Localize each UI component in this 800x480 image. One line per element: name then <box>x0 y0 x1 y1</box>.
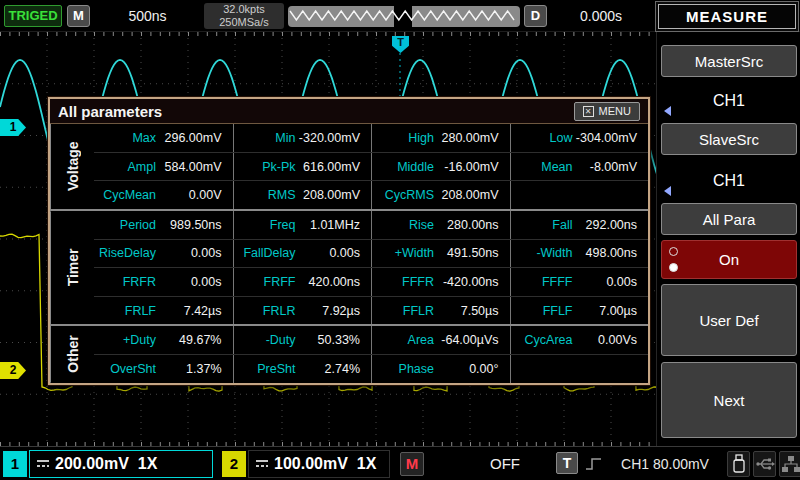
measurement-cell: +Width491.50ns <box>371 240 510 268</box>
measurement-label: Pk-Pk <box>234 160 296 174</box>
measurement-value: 0.00V <box>156 188 233 202</box>
math-badge[interactable]: M <box>400 452 424 476</box>
measurement-label: FRLF <box>94 304 156 318</box>
menu-button-label: MENU <box>599 105 631 117</box>
measurement-label: RMS <box>234 188 296 202</box>
measurement-label: Period <box>94 218 156 232</box>
softkey-mastersrc[interactable]: MasterSrc <box>661 45 797 77</box>
measurement-cell: FRFR0.00s <box>94 268 233 296</box>
measurement-value: 2.74% <box>296 362 372 376</box>
measurement-cell: High280.00mV <box>371 124 510 152</box>
measurement-label: OverSht <box>94 362 156 376</box>
measurement-cell: FallDelay0.00s <box>233 240 372 268</box>
section-label-voltage: Voltage <box>50 124 94 209</box>
measurement-cell: CycArea0.00Vs <box>510 326 649 354</box>
ch1-scale-box[interactable]: 200.00mV 1X <box>29 450 213 478</box>
measurement-cell: Min-320.00mV <box>233 124 372 152</box>
softkey-label: CH1 <box>713 92 745 110</box>
measurement-value: 208.00mV <box>296 188 372 202</box>
softkey-label: Next <box>714 392 745 409</box>
measurement-cell: Ampl584.00mV <box>94 153 233 181</box>
measurement-cell: Pk-Pk616.00mV <box>233 153 372 181</box>
softkey-slavesrc[interactable]: SlaveSrc <box>661 123 797 155</box>
measurement-value: 616.00mV <box>296 160 372 174</box>
delay-button[interactable]: D <box>524 5 547 27</box>
section-label-timer: Timer <box>50 211 94 324</box>
measurement-label: Rise <box>372 218 434 232</box>
measurement-row: FRFR0.00sFRFF420.00nsFFFR-420.00nsFFFF0.… <box>94 267 648 296</box>
measurement-cell: FFLR7.50µs <box>371 297 510 325</box>
menu-button[interactable]: ✕ MENU <box>574 102 640 121</box>
measurement-cell: PreSht2.74% <box>233 355 372 383</box>
measurements-table: VoltageMax296.00mVMin-320.00mVHigh280.00… <box>50 124 648 383</box>
bottom-status-bar: 1 200.00mV 1X 2 100.00mV 1X M OFF T CH1 … <box>0 446 800 480</box>
measurement-label: FFFF <box>511 275 573 289</box>
measurement-label: +Width <box>372 246 434 260</box>
measurement-value: 208.00mV <box>434 188 510 202</box>
measurement-value: 498.00ns <box>573 246 649 260</box>
measurement-cell: -Width498.00ns <box>510 240 649 268</box>
section-timer: TimerPeriod989.50nsFreq1.01MHzRise280.00… <box>50 209 648 324</box>
ch2-scale-box[interactable]: 100.00mV 1X <box>248 450 390 478</box>
softkey-label: User Def <box>699 312 758 329</box>
waveform-preview-bar[interactable] <box>288 6 520 27</box>
preview-zigzag-icon <box>288 6 520 27</box>
measurement-row: Period989.50nsFreq1.01MHzRise280.00nsFal… <box>94 211 648 239</box>
measurement-cell: Period989.50ns <box>94 211 233 239</box>
measurement-row: OverSht1.37%PreSht2.74%Phase0.00° <box>94 354 648 383</box>
measurement-value: -16.00mV <box>434 160 510 174</box>
trigger-badge[interactable]: T <box>556 452 578 474</box>
left-arrow-icon <box>664 186 671 196</box>
measurement-value: -320.00mV <box>296 131 372 145</box>
ch1-badge[interactable]: 1 <box>3 451 27 477</box>
sample-rate: 250MSa/s <box>204 16 284 29</box>
measurement-cell: RMS208.00mV <box>233 181 372 209</box>
measurement-value: 0.00s <box>296 246 372 260</box>
horizontal-menu-button[interactable]: M <box>67 5 90 27</box>
softkey-sidebar: MasterSrcCH1SlaveSrcCH1All ParaOnUser De… <box>656 32 800 446</box>
trigger-status-badge: TRIGED <box>4 5 62 27</box>
measurement-value: 280.00mV <box>434 131 510 145</box>
usb-device-indicator <box>727 451 750 477</box>
measurement-label: CycRMS <box>372 188 434 202</box>
softkey-on[interactable]: On <box>661 240 797 279</box>
measurement-row: CycMean0.00VRMS208.00mVCycRMS208.00mV <box>94 180 648 209</box>
measurement-value: 0.00Vs <box>573 333 649 347</box>
dialog-titlebar: All parameters ✕ MENU <box>50 99 648 124</box>
usb-icon <box>755 454 775 474</box>
measurement-label: FRLR <box>234 304 296 318</box>
measurement-label: -Duty <box>234 333 296 347</box>
measurement-cell: OverSht1.37% <box>94 355 233 383</box>
measurement-cell: FFLF7.00µs <box>510 297 649 325</box>
trigger-source-level: CH1 80.00mV <box>606 452 724 476</box>
measurement-cell: -Duty50.33% <box>233 326 372 354</box>
close-box-icon: ✕ <box>583 106 594 117</box>
measurement-cell: Phase0.00° <box>371 355 510 383</box>
measurement-value: 420.00ns <box>296 275 372 289</box>
measurement-cell: Area-64.00µVs <box>371 326 510 354</box>
measurement-row: FRLF7.42µsFRLR7.92µsFFLR7.50µsFFLF7.00µs <box>94 296 648 325</box>
measurement-cell: Freq1.01MHz <box>233 211 372 239</box>
measurement-label: FallDelay <box>234 246 296 260</box>
rising-edge-icon <box>584 454 604 474</box>
measurement-label: Mean <box>511 160 573 174</box>
section-other: Other+Duty49.67%-Duty50.33%Area-64.00µVs… <box>50 324 648 383</box>
measurement-label: Max <box>94 131 156 145</box>
measurement-label: FFFR <box>372 275 434 289</box>
measurement-value: -304.00mV <box>573 131 649 145</box>
softkey-next[interactable]: Next <box>661 362 797 438</box>
measurement-label: CycArea <box>511 333 573 347</box>
measurement-cell: FRLR7.92µs <box>233 297 372 325</box>
all-parameters-dialog: All parameters ✕ MENU VoltageMax296.00mV… <box>48 97 650 385</box>
measurement-label: High <box>372 131 434 145</box>
softkey-user-def[interactable]: User Def <box>661 284 797 356</box>
measurement-row: Max296.00mVMin-320.00mVHigh280.00mVLow-3… <box>94 124 648 152</box>
measurement-label: CycMean <box>94 188 156 202</box>
measurement-label: FFLF <box>511 304 573 318</box>
acquisition-readout: 32.0kpts 250MSa/s <box>204 3 284 29</box>
softkey-label: SlaveSrc <box>699 131 759 148</box>
ch2-scale: 100.00mV <box>274 455 348 473</box>
ch2-badge[interactable]: 2 <box>222 451 246 477</box>
softkey-all-para[interactable]: All Para <box>661 203 797 235</box>
measurement-row: Ampl584.00mVPk-Pk616.00mVMiddle-16.00mVM… <box>94 152 648 181</box>
